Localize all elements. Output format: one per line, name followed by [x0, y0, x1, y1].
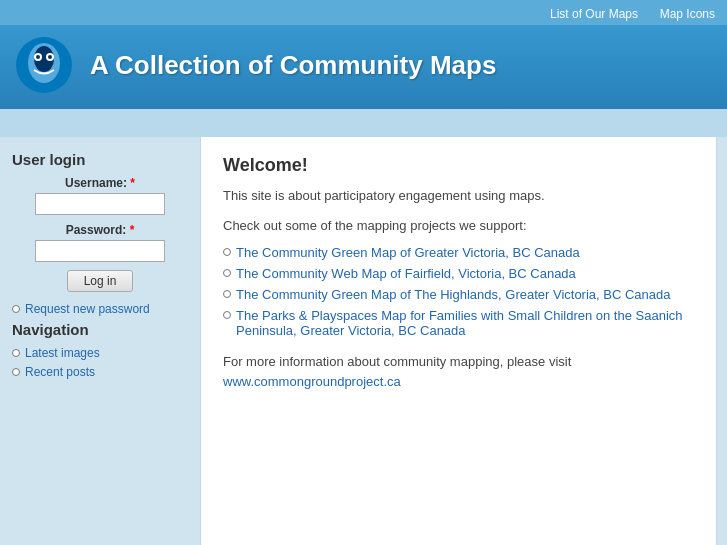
header: List of Our Maps Map Icons A Collection …: [0, 0, 727, 109]
main-layout: User login Username: * Password: * Log i…: [0, 137, 727, 545]
svg-point-6: [48, 55, 52, 59]
map-links-list: The Community Green Map of Greater Victo…: [223, 245, 694, 338]
bullet-icon: [223, 248, 231, 256]
sidebar: User login Username: * Password: * Log i…: [0, 137, 200, 545]
external-link[interactable]: www.commongroundproject.ca: [223, 374, 401, 389]
welcome-title: Welcome!: [223, 155, 694, 176]
map-link-item: The Parks & Playspaces Map for Families …: [223, 308, 694, 338]
header-main: A Collection of Community Maps: [0, 25, 727, 109]
map-icons-link[interactable]: Map Icons: [660, 7, 715, 21]
more-info-paragraph: For more information about community map…: [223, 352, 694, 391]
header-navigation: List of Our Maps Map Icons: [532, 6, 715, 21]
map-link-item: The Community Green Map of Greater Victo…: [223, 245, 694, 260]
bullet-icon: [12, 368, 20, 376]
bullet-icon: [223, 290, 231, 298]
check-out-text: Check out some of the mapping projects w…: [223, 216, 694, 236]
navigation-section: Navigation Latest imagesRecent posts: [12, 321, 188, 379]
map-link[interactable]: The Community Green Map of The Highlands…: [236, 287, 671, 302]
password-required-star: *: [130, 223, 135, 237]
login-section: User login Username: * Password: * Log i…: [12, 151, 188, 316]
bullet-icon: [223, 311, 231, 319]
map-link-item: The Community Web Map of Fairfield, Vict…: [223, 266, 694, 281]
login-section-title: User login: [12, 151, 188, 168]
bullet-icon: [223, 269, 231, 277]
map-link[interactable]: The Community Web Map of Fairfield, Vict…: [236, 266, 576, 281]
tab-bar: [0, 109, 727, 137]
content-area: Welcome! This site is about participator…: [200, 137, 717, 545]
map-link[interactable]: The Community Green Map of Greater Victo…: [236, 245, 580, 260]
sidebar-nav-link[interactable]: Latest images: [12, 346, 188, 360]
username-input[interactable]: [35, 193, 165, 215]
intro-text: This site is about participatory engagem…: [223, 186, 694, 206]
list-of-maps-link[interactable]: List of Our Maps: [550, 7, 638, 21]
bullet-icon: [12, 349, 20, 357]
sidebar-nav-link[interactable]: Recent posts: [12, 365, 188, 379]
svg-point-5: [36, 55, 40, 59]
site-title: A Collection of Community Maps: [90, 50, 496, 81]
site-logo: [14, 35, 74, 95]
username-required-star: *: [130, 176, 135, 190]
bullet-icon: [12, 305, 20, 313]
sidebar-nav-links: Latest imagesRecent posts: [12, 346, 188, 379]
more-info-text: For more information about community map…: [223, 354, 571, 369]
header-top-nav: List of Our Maps Map Icons: [0, 0, 727, 25]
map-link-item: The Community Green Map of The Highlands…: [223, 287, 694, 302]
map-link[interactable]: The Parks & Playspaces Map for Families …: [236, 308, 694, 338]
password-input[interactable]: [35, 240, 165, 262]
username-label: Username: *: [12, 176, 188, 190]
login-button[interactable]: Log in: [67, 270, 134, 292]
request-password-link[interactable]: Request new password: [12, 302, 188, 316]
password-label: Password: *: [12, 223, 188, 237]
navigation-section-title: Navigation: [12, 321, 188, 338]
